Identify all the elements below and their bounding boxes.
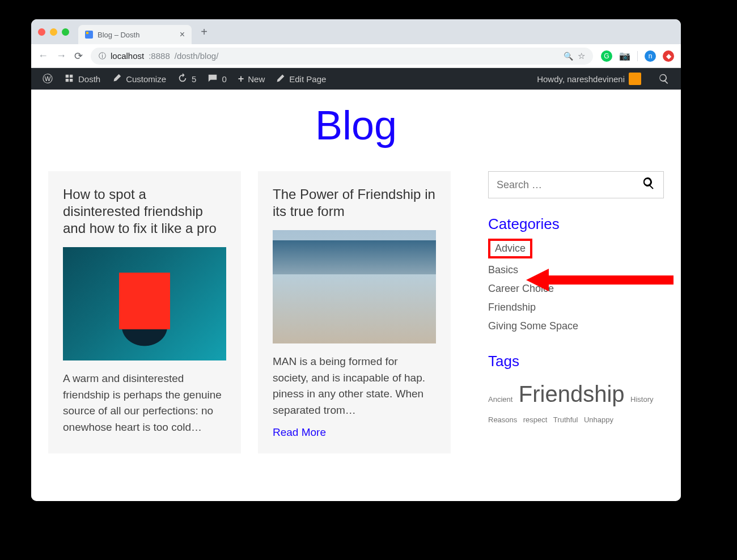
post-card: The Power of Friendship in its true form… [258, 171, 451, 453]
wp-site-name: Dosth [78, 74, 100, 84]
reload-button[interactable]: ⟳ [74, 50, 83, 62]
categories-list: Advice Basics Career Choice Friendship G… [488, 239, 664, 336]
search-submit-button[interactable] [642, 176, 655, 193]
browser-tab[interactable]: Blog – Dosth × [78, 25, 192, 44]
tag-link[interactable]: Ancient [488, 395, 512, 404]
browser-window: Blog – Dosth × + ← → ⟳ ⓘ localhost:8888/… [31, 19, 681, 501]
wp-new-link[interactable]: + New [232, 68, 271, 90]
pencil-icon [276, 74, 285, 84]
forward-button[interactable]: → [56, 50, 66, 62]
maximize-window-button[interactable] [62, 28, 69, 36]
search-input[interactable] [497, 179, 642, 191]
wp-edit-page-label: Edit Page [289, 74, 326, 84]
tag-link[interactable]: respect [523, 415, 548, 424]
zoom-icon[interactable]: 🔍 [564, 52, 573, 61]
plus-icon: + [238, 73, 244, 85]
tab-strip: Blog – Dosth × + [31, 19, 681, 44]
page-viewport: Blog How to spot a disinterested friends… [31, 90, 681, 501]
tag-link[interactable]: Friendship [519, 381, 625, 406]
refresh-icon [177, 73, 188, 85]
wp-customize-link[interactable]: Customize [106, 68, 172, 90]
url-host: localhost [111, 51, 144, 61]
site-info-icon[interactable]: ⓘ [99, 51, 106, 61]
toolbar: ← → ⟳ ⓘ localhost:8888/dosth/blog/ 🔍 ☆ G… [31, 44, 681, 68]
brush-icon [112, 73, 122, 85]
tags-heading: Tags [488, 353, 664, 370]
wp-admin-bar: ⓦ Dosth Customize 5 0 + New [31, 68, 681, 90]
wp-account-link[interactable]: Howdy, nareshdevineni [531, 73, 647, 85]
read-more-link[interactable]: Read More [273, 426, 326, 439]
category-link-advice[interactable]: Advice [488, 239, 532, 258]
wp-updates-count: 5 [192, 74, 196, 84]
wp-updates-link[interactable]: 5 [172, 68, 202, 90]
search-icon [642, 176, 655, 190]
profile-icon[interactable]: n [645, 50, 656, 62]
back-button[interactable]: ← [38, 50, 48, 62]
extension-grammarly-icon[interactable]: G [601, 50, 612, 62]
comment-icon [207, 73, 218, 85]
url-port: :8888 [149, 51, 170, 61]
screenshot-icon[interactable]: 📷 [619, 50, 630, 62]
wp-customize-label: Customize [126, 74, 166, 84]
close-window-button[interactable] [38, 28, 45, 36]
wordpress-icon: ⓦ [43, 72, 53, 86]
categories-heading: Categories [488, 215, 664, 233]
content-area: How to spot a disinterested friendship a… [31, 171, 681, 453]
wp-comments-count: 0 [222, 74, 226, 84]
post-title[interactable]: How to spot a disinterested friendship a… [63, 186, 226, 237]
category-link-basics[interactable]: Basics [488, 261, 664, 279]
dashboard-icon [64, 73, 74, 85]
post-card: How to spot a disinterested friendship a… [48, 171, 241, 453]
favicon-icon [85, 31, 93, 39]
page-title: Blog [31, 102, 681, 149]
post-thumbnail[interactable] [273, 230, 436, 343]
category-link-friendship[interactable]: Friendship [488, 298, 664, 317]
category-link-giving-some-space[interactable]: Giving Some Space [488, 317, 664, 336]
bookmark-icon[interactable]: ☆ [578, 51, 585, 61]
tag-link[interactable]: History [630, 395, 653, 404]
sidebar: Categories Advice Basics Career Choice F… [488, 171, 664, 453]
tag-link[interactable]: Reasons [488, 415, 517, 424]
tag-cloud: Ancient Friendship History Reasons respe… [488, 376, 664, 427]
post-thumbnail[interactable] [63, 247, 226, 360]
extension-red-icon[interactable]: ◆ [663, 50, 674, 62]
wp-howdy-text: Howdy, nareshdevineni [537, 74, 625, 84]
category-link-career-choice[interactable]: Career Choice [488, 279, 664, 298]
window-controls [38, 28, 69, 36]
tag-link[interactable]: Unhappy [584, 415, 613, 424]
search-icon [658, 73, 670, 84]
address-bar[interactable]: ⓘ localhost:8888/dosth/blog/ 🔍 ☆ [91, 48, 593, 65]
post-excerpt: MAN is a being formed for society, and i… [273, 354, 436, 418]
wp-logo-button[interactable]: ⓦ [37, 68, 58, 90]
url-path: /dosth/blog/ [175, 51, 219, 61]
minimize-window-button[interactable] [50, 28, 57, 36]
wp-edit-page-link[interactable]: Edit Page [270, 68, 332, 90]
search-widget [488, 171, 664, 198]
tag-link[interactable]: Truthful [553, 415, 578, 424]
wp-comments-link[interactable]: 0 [202, 68, 232, 90]
tab-title: Blog – Dosth [98, 31, 139, 39]
posts-grid: How to spot a disinterested friendship a… [48, 171, 471, 453]
close-tab-button[interactable]: × [180, 29, 185, 40]
post-title[interactable]: The Power of Friendship in its true form [273, 186, 436, 220]
wp-search-button[interactable] [653, 73, 675, 84]
wp-site-link[interactable]: Dosth [58, 68, 106, 90]
new-tab-button[interactable]: + [196, 24, 212, 40]
avatar [629, 73, 641, 85]
post-excerpt: A warm and disinterested friendship is p… [63, 371, 226, 435]
separator [637, 51, 638, 61]
extension-icons: G 📷 n ◆ [601, 50, 674, 62]
wp-new-label: New [248, 74, 265, 84]
